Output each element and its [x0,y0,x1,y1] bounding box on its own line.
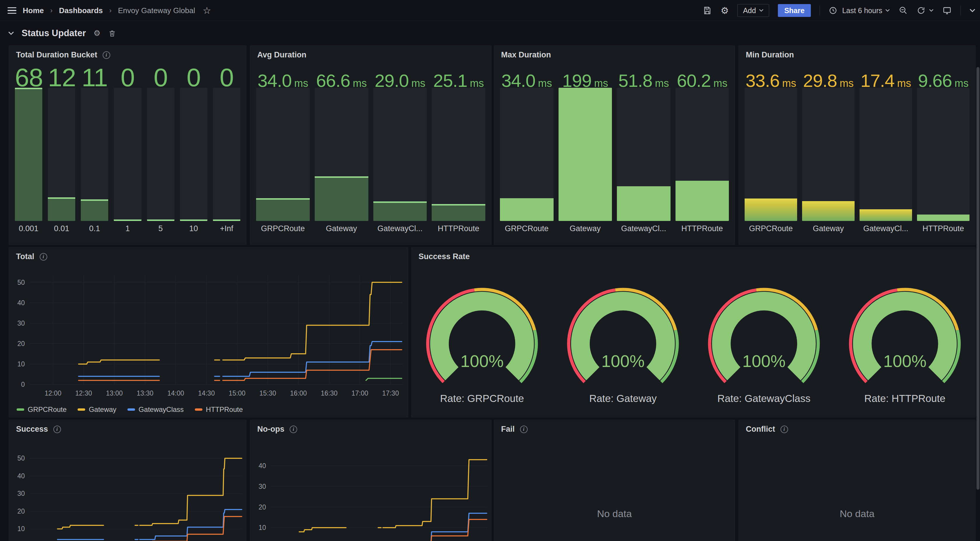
bar-gauge-bar [676,88,729,221]
legend-item[interactable]: GRPCRoute [17,405,67,414]
bar-gauge-label: Gateway [312,224,371,233]
breadcrumb-separator: › [50,6,52,14]
bar-gauge-chart: 34.0msGRPCRoute199msGateway51.8msGateway… [494,46,735,244]
bar-gauge-chart: 680.001120.01110.101050100+Inf [9,46,246,244]
bar-gauge-label: GRPCRoute [498,224,556,233]
svg-text:Rate: HTTPRoute: Rate: HTTPRoute [864,393,945,404]
chevron-down-icon [929,9,934,12]
svg-text:10: 10 [17,525,25,533]
bar-gauge-label: HTTPRoute [430,224,488,233]
legend-item[interactable]: GatewayClass [127,405,184,414]
chart-svg: 10203040 [250,420,491,541]
bar-gauge-label: 5 [145,224,177,233]
panel-title[interactable]: Fail [501,425,515,434]
row-delete-icon[interactable] [108,29,116,37]
panel-total-duration-bucket: Total Duration Bucket i 680.001120.01110… [9,46,247,245]
bar-gauge-label: 10 [178,224,210,233]
svg-text:13:00: 13:00 [106,389,123,397]
svg-text:16:00: 16:00 [290,389,307,397]
panel-title[interactable]: Conflict [746,425,775,434]
bar-gauge-label: Gateway [800,224,857,233]
panel-title[interactable]: Max Duration [501,51,551,59]
bar-gauge-label: GatewayCl... [614,224,673,233]
bar-gauge-label: GRPCRoute [742,224,799,233]
svg-text:15:30: 15:30 [259,389,276,397]
panel-avg-duration: Avg Duration 34.0msGRPCRoute66.6msGatewa… [250,46,492,245]
svg-text:100%: 100% [742,352,786,370]
refresh-control[interactable] [917,6,934,15]
bar-gauge-label: 0.01 [46,224,78,233]
dashboard-settings-icon[interactable]: ⚙ [721,6,729,15]
no-data-message: No data [494,508,735,519]
bar-gauge-bar [180,88,207,221]
panel-success-rate: Success Rate 100%Rate: GRPCRoute100%Rate… [411,247,975,417]
breadcrumb-separator: › [110,6,112,14]
info-icon[interactable]: i [781,425,788,433]
chart-svg: 1020304050 [9,420,246,541]
save-icon[interactable] [703,6,712,15]
svg-text:0: 0 [21,381,25,388]
breadcrumb-dashboards[interactable]: Dashboards [59,6,103,15]
panel-title[interactable]: Min Duration [746,51,794,59]
svg-text:50: 50 [17,454,25,462]
bar-gauge-bar [114,88,141,221]
zoom-out-icon[interactable] [899,6,908,15]
toolbar: ⚙ Add Share Last 6 hours [703,0,975,21]
svg-text:12:00: 12:00 [45,389,62,397]
bar-gauge-bar [48,88,75,221]
app-header: Home › Dashboards › Envoy Gateway Global… [0,0,980,21]
panel-success: Success i 1020304050 [9,420,247,541]
bar-gauge-bar [15,88,42,221]
row-title[interactable]: Status Updater [22,28,86,38]
add-button[interactable]: Add [737,4,769,17]
panel-title[interactable]: Total Duration Bucket [16,51,97,59]
panel-total: Total i 0102030405012:0012:3013:0013:301… [9,247,408,417]
bar-gauge-label: Gateway [556,224,614,233]
svg-text:Rate: Gateway: Rate: Gateway [589,393,657,404]
bar-gauge-label: GRPCRoute [254,224,312,233]
panel-title[interactable]: Success Rate [418,252,470,261]
time-series-chart: 0102030405012:0012:3013:0013:3014:0014:3… [9,247,408,417]
time-series-chart: 10203040 [250,420,491,541]
toolbar-chevron-down-icon[interactable] [969,9,975,13]
bar-gauge-label: +Inf [211,224,243,233]
svg-text:17:30: 17:30 [382,389,399,397]
bar-gauge-bar [558,88,612,221]
clock-icon [829,6,837,15]
row-header-status-updater: Status Updater ⚙ [8,24,116,43]
panel-title[interactable]: Success [16,425,48,434]
panel-title[interactable]: Avg Duration [257,51,307,59]
info-icon[interactable]: i [103,51,110,59]
tv-mode-icon[interactable] [942,6,952,15]
bar-gauge-bar [500,88,554,221]
svg-text:14:00: 14:00 [167,389,185,397]
info-icon[interactable]: i [520,425,528,433]
favorite-star-icon[interactable]: ☆ [203,5,211,16]
row-settings-icon[interactable]: ⚙ [93,29,100,37]
time-range-picker[interactable]: Last 6 hours [829,6,890,15]
bar-gauge-bar [917,88,969,221]
info-icon[interactable]: i [290,425,297,433]
chevron-down-icon [759,9,764,12]
row-collapse-chevron-icon[interactable] [8,32,14,35]
info-icon[interactable]: i [40,253,47,260]
chart-svg: 0102030405012:0012:3013:0013:3014:0014:3… [9,247,408,417]
panel-title[interactable]: Total [16,252,34,261]
bar-gauge-bar [617,88,671,221]
bar-gauge-bar [81,88,108,221]
svg-text:30: 30 [17,490,25,497]
legend-item[interactable]: Gateway [78,405,116,414]
panel-conflict: Conflict i No data [738,420,975,541]
legend-item[interactable]: HTTPRoute [195,405,243,414]
share-button[interactable]: Share [778,4,811,17]
gauge-svg: 100%Rate: GRPCRoute100%Rate: Gateway100%… [412,247,975,417]
panel-title[interactable]: No-ops [257,425,285,434]
info-icon[interactable]: i [53,425,61,433]
bar-gauge-bar [802,88,854,221]
page-scrollbar[interactable] [977,67,979,490]
breadcrumb-home[interactable]: Home [23,6,44,15]
bar-gauge-bar [859,88,912,221]
menu-icon[interactable] [8,7,16,14]
refresh-icon [917,6,926,15]
svg-text:Rate: GRPCRoute: Rate: GRPCRoute [440,393,524,404]
